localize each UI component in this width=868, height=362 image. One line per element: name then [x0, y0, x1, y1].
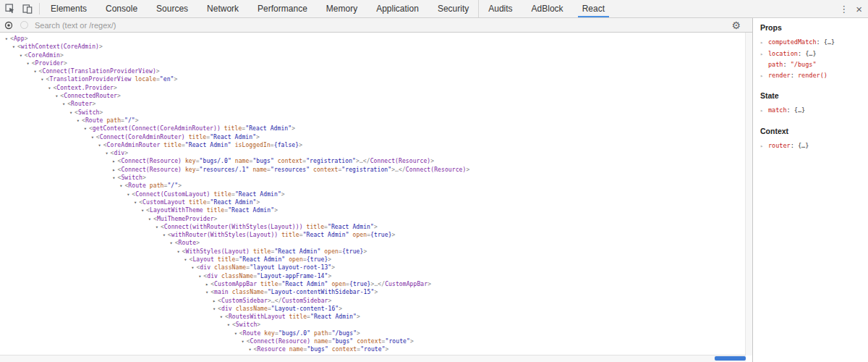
tree-row[interactable]: ▸<CustomSidebar>…</CustomSidebar> — [0, 297, 752, 305]
inspect-element-button[interactable] — [2, 1, 18, 16]
prop-row[interactable]: ▸router: {…} — [760, 140, 864, 152]
collapse-arrow-icon[interactable]: ▾ — [239, 338, 247, 346]
collapse-arrow-icon[interactable]: ▾ — [10, 43, 17, 51]
inspect-target-icon[interactable] — [4, 21, 13, 30]
expand-arrow-icon[interactable]: ▸ — [760, 106, 768, 117]
tree-row[interactable]: ▸<Connect(Resource) key="resources/.1" n… — [0, 166, 752, 174]
tab-security[interactable]: Security — [428, 0, 478, 17]
tree-row[interactable]: ▾<App> — [0, 35, 752, 43]
collapse-arrow-icon[interactable]: ▾ — [60, 101, 67, 109]
tree-row[interactable]: ▾<Connect(Resource) name="bugs" context=… — [0, 337, 752, 345]
tree-row[interactable]: ▾<TranslationProviderView locale="en"> — [0, 75, 752, 83]
collapse-arrow-icon[interactable]: ▾ — [32, 68, 39, 76]
collapse-arrow-icon[interactable]: ▾ — [89, 134, 96, 142]
tree-row[interactable]: ▾<CoreAdminRouter title="React Admin" is… — [0, 141, 752, 149]
tree-row[interactable]: ▾<Route key="bugs/.0" path="/bugs"> — [0, 329, 752, 337]
tree-row[interactable]: ▾<getContext(Connect(CoreAdminRouter)) t… — [0, 125, 752, 132]
collapse-arrow-icon[interactable]: ▾ — [247, 346, 254, 354]
tree-row[interactable]: ▾<Layout title="React Admin" open={true}… — [0, 256, 752, 264]
tab-application[interactable]: Application — [367, 0, 428, 17]
expand-arrow-icon[interactable]: ▸ — [760, 71, 768, 82]
collapse-arrow-icon[interactable]: ▾ — [53, 93, 60, 101]
tree-row[interactable]: ▾<div className="Layout-appFrame-14"> — [0, 272, 752, 280]
tree-row[interactable]: ▾<withRouter(WithStyles(Layout)) title="… — [0, 231, 752, 239]
collapse-arrow-icon[interactable]: ▾ — [117, 182, 124, 190]
tree-row[interactable]: ▾<CoreAdmin> — [0, 51, 752, 59]
device-toolbar-button[interactable] — [20, 1, 35, 16]
tree-row[interactable]: ▾<RoutesWithLayout title="React Admin"> — [0, 313, 752, 321]
tab-elements[interactable]: Elements — [41, 0, 96, 17]
tree-row[interactable]: ▸<Connect(Resource) key="bugs/.0" name="… — [0, 157, 752, 165]
collapse-arrow-icon[interactable]: ▾ — [17, 52, 25, 60]
close-devtools-button[interactable]: × — [856, 4, 862, 14]
collapse-arrow-icon[interactable]: ▾ — [153, 224, 161, 232]
tree-row[interactable]: ▾<div> — [0, 149, 752, 157]
tab-memory[interactable]: Memory — [317, 0, 367, 17]
collapse-arrow-icon[interactable]: ▾ — [168, 240, 175, 248]
tree-row[interactable]: ▾<div className="Layout-content-16"> — [0, 305, 752, 313]
tab-sources[interactable]: Sources — [147, 0, 197, 17]
vertical-scrollbar[interactable] — [745, 33, 752, 355]
tree-row[interactable]: ▾<Router> — [0, 100, 752, 108]
collapse-arrow-icon[interactable]: ▾ — [103, 150, 111, 158]
tab-network[interactable]: Network — [197, 0, 248, 17]
collapse-arrow-icon[interactable]: ▾ — [218, 313, 225, 321]
tree-row[interactable]: ▾<Provider> — [0, 59, 752, 67]
collapse-arrow-icon[interactable]: ▾ — [82, 125, 89, 133]
tree-row[interactable]: ▾<Connect(withRouter(WithStyles(Layout))… — [0, 223, 752, 231]
prop-row[interactable]: ▸render: render() — [760, 70, 864, 82]
settings-gear-icon[interactable]: ⚙ — [731, 20, 741, 30]
tree-row[interactable]: ▾<Connect(CoreAdminRouter) title="React … — [0, 133, 752, 141]
tab-audits[interactable]: Audits — [478, 0, 522, 17]
tree-row[interactable]: ▾<Connect(TranslationProviderView)> — [0, 67, 752, 75]
collapse-arrow-icon[interactable]: ▾ — [25, 60, 32, 68]
tree-row[interactable]: ▾<Route path="/"> — [0, 117, 752, 125]
tree-row[interactable]: ▾<main className="Layout-contentWithSide… — [0, 288, 752, 296]
collapse-arrow-icon[interactable]: ▾ — [67, 109, 75, 117]
tree-row[interactable]: ▾<withContext(CoreAdmin)> — [0, 43, 752, 51]
tree-row[interactable]: ▾<Route path="/"> — [0, 182, 752, 190]
tree-row[interactable]: ▾<LayoutWithTheme title="React Admin"> — [0, 206, 752, 214]
horizontal-scrollbar[interactable] — [0, 355, 746, 362]
prop-row[interactable]: ▸computedMatch: {…} — [760, 37, 864, 49]
tree-row[interactable]: ▸<CustomAppBar title="React Admin" open=… — [0, 280, 752, 288]
more-options-button[interactable]: ⋮ — [839, 4, 848, 14]
prop-row[interactable]: ▸match: {…} — [760, 105, 864, 117]
tab-performance[interactable]: Performance — [248, 0, 317, 17]
tree-row[interactable]: ▾<WithStyles(Layout) title="React Admin"… — [0, 248, 752, 256]
collapse-arrow-icon[interactable]: ▾ — [132, 199, 139, 207]
collapse-arrow-icon[interactable]: ▾ — [225, 321, 232, 329]
search-input[interactable] — [35, 21, 731, 30]
collapse-arrow-icon[interactable]: ▾ — [210, 306, 218, 313]
collapse-arrow-icon[interactable]: ▾ — [189, 264, 196, 272]
tree-row[interactable]: ▾<Switch> — [0, 174, 752, 182]
tree-row[interactable]: ▾<Connect(CustomLayout) title="React Adm… — [0, 190, 752, 198]
collapse-arrow-icon[interactable]: ▾ — [96, 142, 103, 150]
collapse-arrow-icon[interactable]: ▾ — [232, 330, 239, 338]
scrollbar-thumb[interactable] — [715, 356, 746, 361]
tree-row[interactable]: ▾<Switch> — [0, 321, 752, 329]
prop-row[interactable]: path: "/bugs" — [760, 59, 864, 70]
collapse-arrow-icon[interactable]: ▾ — [146, 216, 153, 224]
tree-row[interactable]: ▾<ConnectedRouter> — [0, 92, 752, 100]
collapse-arrow-icon[interactable]: ▾ — [111, 174, 118, 182]
prop-row[interactable]: ▸location: {…} — [760, 49, 864, 60]
tree-row[interactable]: ▾<Context.Provider> — [0, 84, 752, 92]
collapse-arrow-icon[interactable]: ▾ — [203, 289, 210, 297]
collapse-arrow-icon[interactable]: ▾ — [139, 207, 146, 215]
collapse-arrow-icon[interactable]: ▾ — [161, 232, 168, 240]
collapse-arrow-icon[interactable]: ▾ — [196, 273, 203, 281]
collapse-arrow-icon[interactable]: ▾ — [39, 76, 46, 84]
expand-arrow-icon[interactable]: ▸ — [760, 49, 768, 60]
expand-arrow-icon[interactable]: ▸ — [760, 38, 768, 49]
expand-arrow-icon[interactable]: ▸ — [760, 141, 768, 152]
tab-console[interactable]: Console — [96, 0, 147, 17]
collapse-arrow-icon[interactable]: ▾ — [175, 248, 182, 256]
collapse-arrow-icon[interactable]: ▾ — [75, 117, 82, 125]
tree-row[interactable]: ▾<MuiThemeProvider> — [0, 215, 752, 223]
tab-react[interactable]: React — [573, 0, 614, 17]
tree-row[interactable]: ▾<Route> — [0, 239, 752, 247]
collapse-arrow-icon[interactable]: ▾ — [182, 256, 190, 264]
tab-adblock[interactable]: AdBlock — [522, 0, 573, 17]
tree-row[interactable]: ▾<Switch> — [0, 109, 752, 117]
